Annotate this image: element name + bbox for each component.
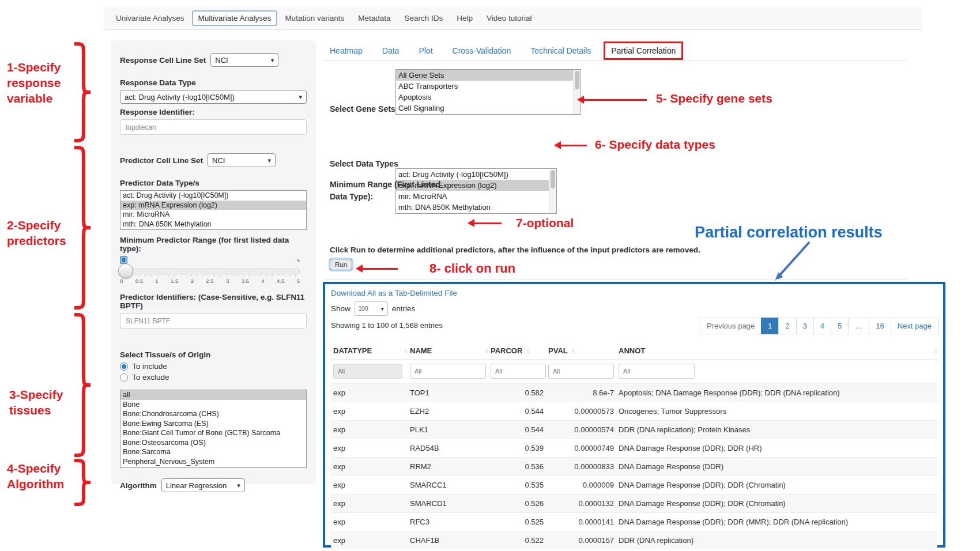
column-header-datatype[interactable]: DATATYPE↑↓ bbox=[331, 342, 408, 360]
tissue-origin-radio[interactable]: To exclude bbox=[120, 373, 307, 382]
pagination-button[interactable]: 5 bbox=[831, 318, 849, 334]
scrollbar[interactable] bbox=[573, 70, 581, 114]
listbox-option[interactable]: Bone:Osteosarcoma (OS) bbox=[120, 438, 306, 448]
nav-tab[interactable]: Metadata bbox=[352, 10, 397, 26]
min-predictor-range-label: Minimum Predictor Range (for first liste… bbox=[120, 236, 307, 253]
table-row: exp SMARCD1 0.526 0.0000132 DNA Damage R… bbox=[331, 495, 937, 513]
column-header-annot[interactable]: ANNOT↑↓ bbox=[616, 342, 937, 360]
response-data-type-value: act: Drug Activity (-log10[IC50M]) bbox=[125, 93, 235, 101]
nav-tab[interactable]: Multivariate Analyses bbox=[192, 10, 278, 26]
table-row: exp PLK1 0.544 0.00000574 DDR (DNA repli… bbox=[331, 421, 937, 439]
chevron-down-icon: ▾ bbox=[268, 157, 272, 164]
listbox-option[interactable]: Bone:Giant Cell Tumor of Bone (GCTB) Sar… bbox=[120, 428, 306, 438]
listbox-option[interactable]: Cell Signaling bbox=[396, 103, 574, 114]
gene-sets-listbox: All Gene SetsABC TransportersApoptosisCe… bbox=[395, 69, 581, 115]
main-tab[interactable]: Data bbox=[375, 43, 406, 59]
pagination-button[interactable]: Next page bbox=[891, 318, 938, 334]
nav-tab[interactable]: Help bbox=[450, 10, 479, 26]
pagination-button[interactable]: 1 bbox=[761, 318, 779, 334]
cell-annot: DDR (DNA replication); Protein Kinases bbox=[616, 421, 937, 439]
listbox-option[interactable]: mth: DNA 850K Methylation bbox=[396, 202, 549, 213]
predictor-cell-line-select[interactable]: NCI ▾ bbox=[208, 153, 276, 167]
header-row: DATATYPE↑↓ NAME↑↓ PARCOR↑↓ PVAL↑↓ ANNOT↑… bbox=[331, 342, 937, 360]
scrollbar[interactable] bbox=[549, 169, 556, 213]
filter-input-name[interactable] bbox=[410, 364, 486, 379]
pagination-button[interactable]: … bbox=[848, 318, 869, 334]
main-tab[interactable]: Cross-Validation bbox=[446, 43, 518, 59]
pagination-button[interactable]: 4 bbox=[813, 318, 831, 334]
gene-sets-options: All Gene SetsABC TransportersApoptosisCe… bbox=[396, 70, 581, 114]
page-size-select[interactable]: 100 ▾ bbox=[355, 301, 388, 316]
column-header-pval[interactable]: PVAL↑↓ bbox=[546, 342, 616, 360]
tissue-listbox: allBoneBone:Chondrosarcoma (CHS)Bone:Ewi… bbox=[120, 390, 307, 468]
main-tab[interactable]: Heatmap bbox=[323, 43, 370, 59]
listbox-option[interactable]: Peripheral_Nervous_System bbox=[120, 457, 306, 467]
filter-input-datatype[interactable] bbox=[333, 364, 402, 379]
nav-tab[interactable]: Search IDs bbox=[398, 10, 449, 26]
predictor-cell-line-label: Predictor Cell Line Set bbox=[120, 156, 203, 165]
cell-parcor: 0.582 bbox=[488, 384, 546, 402]
listbox-option[interactable]: Bone:Sarcoma bbox=[120, 447, 306, 457]
tissue-origin-radio[interactable]: To include bbox=[120, 362, 307, 371]
column-header-parcor[interactable]: PARCOR↑↓ bbox=[488, 342, 546, 360]
run-button[interactable]: Run bbox=[330, 259, 352, 270]
cell-annot: DNA Damage Response (DDR); DDR (Chromati… bbox=[616, 476, 937, 495]
cell-name: RFC3 bbox=[408, 513, 488, 531]
response-cell-line-select[interactable]: NCI ▾ bbox=[210, 53, 278, 67]
cell-parcor: 0.535 bbox=[488, 476, 546, 495]
pagination-button[interactable]: 3 bbox=[796, 318, 814, 334]
listbox-option[interactable]: Bone:Chondrosarcoma (CHS) bbox=[120, 409, 306, 419]
listbox-option[interactable]: mir: MicroRNA bbox=[120, 210, 306, 220]
table-row: exp RAD54B 0.539 0.00000749 DNA Damage R… bbox=[331, 439, 937, 458]
radio-icon bbox=[120, 363, 128, 371]
predictor-identifiers-input[interactable]: SLFN11 BPTF bbox=[120, 313, 307, 329]
listbox-option[interactable]: all bbox=[120, 390, 306, 400]
main-tab[interactable]: Technical Details bbox=[523, 43, 598, 59]
pagination-button[interactable]: 2 bbox=[778, 318, 796, 334]
response-identifier-input[interactable]: topotecan bbox=[120, 119, 307, 135]
arrow-left-icon bbox=[583, 99, 647, 101]
tissue-origin-radio-group: To include To exclude bbox=[120, 362, 307, 382]
filter-input-annot[interactable] bbox=[619, 364, 695, 379]
listbox-option[interactable]: Bone bbox=[120, 400, 306, 410]
brace-icon bbox=[71, 146, 92, 310]
slider-tick-label: 2 bbox=[191, 278, 194, 284]
listbox-option[interactable]: All Gene Sets bbox=[396, 70, 574, 81]
cell-pval: 0.00000749 bbox=[546, 439, 616, 458]
slider-tick-label: 2.5 bbox=[206, 278, 213, 284]
download-link[interactable]: Download All as a Tab-Delimited File bbox=[331, 289, 457, 297]
nav-tab[interactable]: Univariate Analyses bbox=[110, 10, 191, 26]
scrollbar-thumb[interactable] bbox=[575, 71, 579, 89]
nav-tab[interactable]: Video tutorial bbox=[480, 10, 538, 26]
pagination-button[interactable]: Previous page bbox=[700, 318, 762, 334]
column-label: DATATYPE bbox=[333, 346, 372, 355]
pagination-button[interactable]: 16 bbox=[869, 318, 891, 334]
nav-tab[interactable]: Mutation variants bbox=[278, 10, 350, 26]
response-data-type-label: Response Data Type bbox=[120, 78, 307, 87]
listbox-option[interactable]: act: Drug Activity (-log10[IC50M]) bbox=[120, 191, 306, 201]
annotation-step-8: 8- click on run bbox=[429, 261, 515, 277]
main-tab[interactable]: Partial Correlation bbox=[604, 41, 683, 60]
filter-input-parcor[interactable] bbox=[491, 364, 546, 379]
slider-tick-label: 1.5 bbox=[171, 278, 178, 284]
response-data-type-select[interactable]: act: Drug Activity (-log10[IC50M]) ▾ bbox=[120, 90, 307, 104]
slider-handle[interactable] bbox=[118, 263, 133, 278]
cell-name: CHAF1B bbox=[408, 531, 488, 550]
sort-icon: ↑↓ bbox=[568, 348, 574, 354]
scrollbar-thumb[interactable] bbox=[551, 170, 555, 188]
listbox-option[interactable]: Bone:Ewing Sarcoma (ES) bbox=[120, 419, 306, 429]
response-identifier-label: Response Identifier: bbox=[120, 108, 307, 116]
algorithm-select[interactable]: Linear Regression ▾ bbox=[161, 478, 245, 492]
main-tab[interactable]: Plot bbox=[412, 43, 439, 59]
listbox-option[interactable]: Apoptosis bbox=[396, 92, 574, 103]
data-types-label: Select Data Types bbox=[330, 159, 398, 168]
min-predictor-range-slider: 0 5 00.511.522.533.544.55 bbox=[120, 256, 300, 286]
cell-parcor: 0.536 bbox=[488, 458, 546, 476]
column-header-name[interactable]: NAME↑↓ bbox=[408, 342, 488, 360]
listbox-option[interactable]: mth: DNA 850K Methylation bbox=[120, 220, 306, 229]
filter-input-pval[interactable] bbox=[548, 364, 614, 379]
listbox-option[interactable]: ABC Transporters bbox=[396, 81, 574, 92]
listbox-option[interactable]: exp: mRNA Expression (log2) bbox=[120, 201, 306, 210]
predictor-identifiers-label: Predictor Identifiers: (Case-Sensitive, … bbox=[120, 293, 307, 310]
annotation-step-3: 3-Specify tissues bbox=[9, 387, 73, 418]
